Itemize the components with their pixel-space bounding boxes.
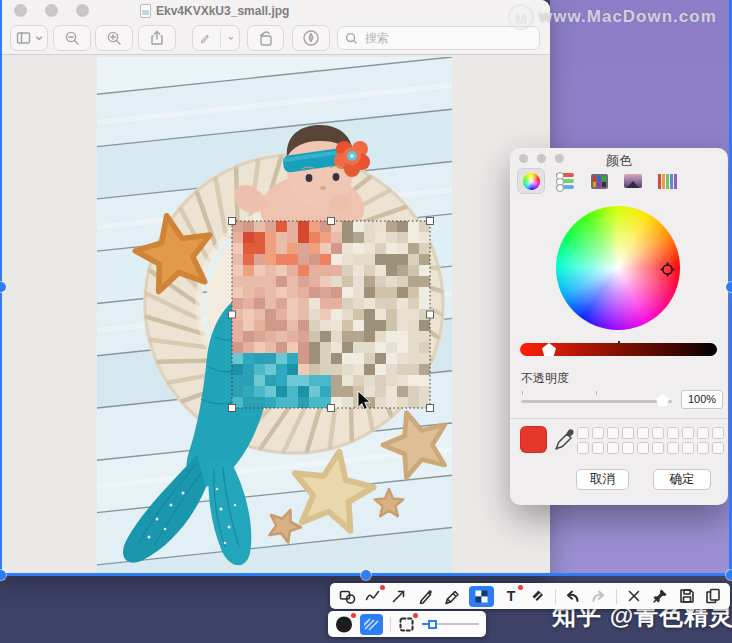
pen-icon [199, 30, 211, 46]
pin-button[interactable] [651, 587, 669, 605]
color-palettes-icon [591, 174, 608, 189]
tab-image-palettes[interactable] [619, 168, 647, 194]
tab-color-sliders[interactable] [551, 168, 579, 194]
empty-swatch[interactable] [592, 427, 604, 439]
markup-circle-pen-icon [302, 29, 320, 47]
svg-text:T: T [507, 588, 516, 604]
chevron-down-icon[interactable] [228, 34, 234, 42]
markup-toolbar-toggle-button[interactable] [292, 25, 330, 51]
opacity-slider-thumb[interactable] [656, 394, 669, 406]
confirm-button[interactable]: 确定 [653, 469, 711, 490]
black-color-icon [335, 615, 353, 634]
empty-swatch[interactable] [652, 427, 664, 439]
empty-swatch[interactable] [622, 427, 634, 439]
pencils-icon [658, 174, 677, 189]
empty-swatch[interactable] [577, 427, 589, 439]
wheel-crosshair[interactable] [660, 262, 675, 277]
empty-swatch[interactable] [622, 442, 634, 454]
undo-button[interactable] [564, 587, 582, 605]
empty-swatch[interactable] [712, 442, 724, 454]
annotation-style-toolbar [328, 611, 486, 637]
color-wheel-icon [523, 173, 540, 190]
close-window-button[interactable] [14, 4, 27, 17]
empty-swatch[interactable] [682, 427, 694, 439]
undo-icon [564, 588, 581, 604]
highlighter-tool-button[interactable] [443, 587, 461, 605]
empty-swatch[interactable] [637, 442, 649, 454]
capture-handle-bottom-right[interactable] [726, 570, 732, 580]
capture-handle-bottom-left[interactable] [0, 570, 6, 580]
macdown-watermark: M www.MacDown.com [508, 4, 717, 30]
search-input[interactable] [363, 30, 513, 46]
search-icon [345, 32, 358, 45]
empty-swatch[interactable] [652, 442, 664, 454]
window-title: Ekv4KVXkU3_small.jpg [156, 4, 289, 18]
mosaic-icon [475, 590, 488, 603]
tab-color-palettes[interactable] [585, 168, 613, 194]
capture-handle-right[interactable] [726, 282, 732, 292]
copy-button[interactable] [704, 587, 722, 605]
opacity-value-field[interactable]: 100% [681, 390, 723, 409]
scribble-tool-button[interactable] [364, 587, 382, 605]
zoom-window-button[interactable] [76, 4, 89, 17]
highlighter-icon [443, 588, 460, 605]
capture-handle-bottom-center[interactable] [361, 570, 371, 580]
empty-swatch[interactable] [637, 427, 649, 439]
empty-swatch[interactable] [697, 427, 709, 439]
empty-swatch[interactable] [697, 442, 709, 454]
share-button[interactable] [138, 25, 176, 51]
line-width-slider[interactable] [422, 620, 479, 629]
empty-swatch[interactable] [607, 427, 619, 439]
opacity-slider[interactable] [521, 400, 672, 403]
notification-dot [380, 585, 385, 590]
current-color-well[interactable] [520, 426, 547, 453]
pencil-tool-button[interactable] [417, 587, 435, 605]
empty-swatch[interactable] [667, 442, 679, 454]
empty-swatch[interactable] [592, 442, 604, 454]
arrow-tool-button[interactable] [390, 587, 408, 605]
eyedropper-button[interactable] [554, 427, 576, 452]
shapes-tool-button[interactable] [338, 587, 356, 605]
notification-dot [351, 613, 356, 618]
redo-button[interactable] [590, 587, 608, 605]
colors-panel: 颜色 不透明度 100% [510, 148, 728, 505]
mosaic-tool-button-active[interactable] [469, 586, 494, 607]
empty-swatch[interactable] [682, 442, 694, 454]
slider-thumb[interactable] [428, 620, 437, 629]
swatch-grid [577, 427, 724, 454]
fill-style-button-active[interactable] [360, 614, 383, 635]
save-icon [679, 588, 695, 604]
zoom-in-button[interactable] [95, 25, 133, 51]
eraser-tool-button[interactable] [528, 587, 546, 605]
brightness-slider-tick [618, 341, 620, 345]
tab-pencils[interactable] [653, 168, 681, 194]
mosaic-region[interactable] [232, 221, 430, 408]
close-capture-button[interactable] [625, 587, 643, 605]
tab-color-wheel[interactable] [517, 168, 545, 194]
hatch-fill-icon [364, 618, 380, 631]
zoom-out-button[interactable] [53, 25, 91, 51]
border-style-button[interactable] [398, 615, 415, 633]
close-icon [627, 589, 641, 603]
empty-swatch[interactable] [577, 442, 589, 454]
cancel-button[interactable]: 取消 [576, 469, 629, 490]
empty-swatch[interactable] [712, 427, 724, 439]
annotation-toolbar: T [330, 583, 730, 609]
empty-swatch[interactable] [667, 427, 679, 439]
opacity-label: 不透明度 [521, 370, 569, 387]
text-tool-button[interactable]: T [502, 587, 520, 605]
toolbar-divider [555, 589, 556, 604]
sidebar-button[interactable] [10, 25, 48, 51]
button-divider [220, 29, 221, 47]
zoom-out-icon [64, 30, 81, 47]
markup-pen-button[interactable] [192, 25, 240, 51]
dashed-square-icon [398, 616, 415, 633]
minimize-window-button[interactable] [45, 4, 58, 17]
empty-swatch[interactable] [607, 442, 619, 454]
color-swatch-button[interactable] [335, 615, 353, 633]
save-button[interactable] [678, 587, 696, 605]
rotate-left-button[interactable] [247, 25, 284, 51]
sidebar-icon [16, 30, 32, 46]
slider-track[interactable] [437, 623, 479, 625]
notification-dot [518, 585, 523, 590]
